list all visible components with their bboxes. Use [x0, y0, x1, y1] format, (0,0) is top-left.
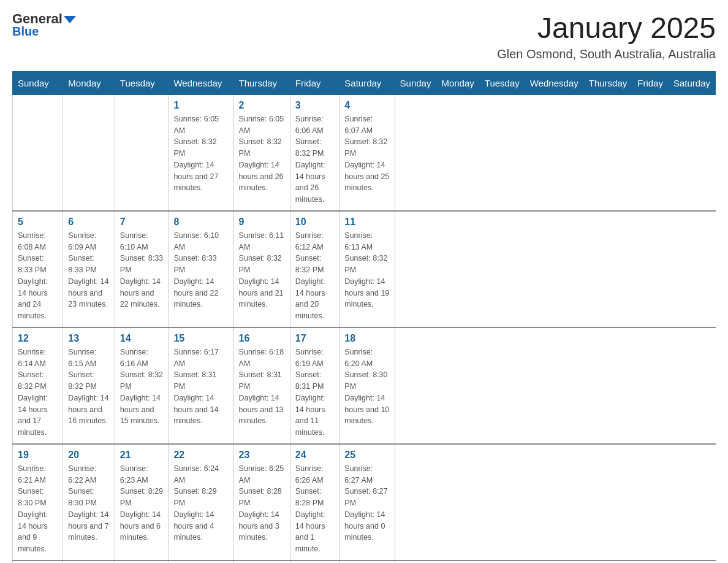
day-info: Sunrise: 6:26 AM Sunset: 8:28 PM Dayligh…	[295, 463, 334, 555]
day-number: 7	[120, 216, 164, 228]
page-header: General Blue January 2025 Glen Osmond, S…	[12, 12, 716, 61]
day-info: Sunrise: 6:27 AM Sunset: 8:27 PM Dayligh…	[344, 463, 389, 543]
location-title: Glen Osmond, South Australia, Australia	[497, 47, 716, 61]
logo-general-text: General	[12, 12, 76, 26]
calendar-week-row: 5Sunrise: 6:08 AM Sunset: 8:33 PM Daylig…	[13, 211, 716, 327]
day-info: Sunrise: 6:05 AM Sunset: 8:32 PM Dayligh…	[173, 113, 228, 194]
day-info: Sunrise: 6:14 AM Sunset: 8:32 PM Dayligh…	[18, 347, 58, 439]
col-header-thursday: Thursday	[583, 71, 632, 94]
day-number: 16	[239, 333, 285, 344]
col-header-friday: Friday	[632, 71, 669, 94]
day-number: 23	[239, 450, 285, 461]
day-info: Sunrise: 6:23 AM Sunset: 8:29 PM Dayligh…	[120, 463, 164, 543]
calendar-cell	[63, 94, 115, 211]
day-number: 8	[173, 216, 228, 228]
calendar-week-row: 12Sunrise: 6:14 AM Sunset: 8:32 PM Dayli…	[13, 327, 716, 444]
day-info: Sunrise: 6:09 AM Sunset: 8:33 PM Dayligh…	[68, 230, 109, 310]
calendar-cell: 21Sunrise: 6:23 AM Sunset: 8:29 PM Dayli…	[115, 444, 169, 561]
day-number: 20	[68, 450, 109, 461]
calendar-cell: 11Sunrise: 6:13 AM Sunset: 8:32 PM Dayli…	[339, 211, 395, 327]
day-info: Sunrise: 6:10 AM Sunset: 8:33 PM Dayligh…	[173, 230, 228, 310]
day-number: 19	[18, 450, 58, 461]
calendar-cell: 14Sunrise: 6:16 AM Sunset: 8:32 PM Dayli…	[115, 327, 169, 444]
day-info: Sunrise: 6:25 AM Sunset: 8:28 PM Dayligh…	[239, 463, 285, 543]
day-info: Sunrise: 6:21 AM Sunset: 8:30 PM Dayligh…	[18, 463, 58, 555]
calendar-cell: 26Sunrise: 6:28 AM Sunset: 8:27 PM Dayli…	[13, 561, 63, 563]
header-monday: Monday	[63, 71, 115, 94]
day-number: 14	[120, 333, 164, 344]
header-wednesday: Wednesday	[169, 71, 233, 94]
calendar-cell: 4Sunrise: 6:07 AM Sunset: 8:32 PM Daylig…	[339, 94, 395, 211]
day-number: 6	[68, 216, 109, 228]
day-number: 2	[239, 100, 285, 111]
month-title: January 2025	[497, 12, 716, 45]
day-info: Sunrise: 6:17 AM Sunset: 8:31 PM Dayligh…	[173, 347, 228, 427]
logo-blue-text: Blue	[12, 25, 39, 39]
calendar-cell: 17Sunrise: 6:19 AM Sunset: 8:31 PM Dayli…	[290, 327, 339, 444]
day-number: 25	[344, 450, 389, 461]
day-number: 1	[173, 100, 228, 111]
calendar-cell: 24Sunrise: 6:26 AM Sunset: 8:28 PM Dayli…	[290, 444, 339, 561]
header-saturday: Saturday	[339, 71, 395, 94]
calendar-cell: 2Sunrise: 6:05 AM Sunset: 8:32 PM Daylig…	[233, 94, 290, 211]
calendar-week-row: 19Sunrise: 6:21 AM Sunset: 8:30 PM Dayli…	[13, 444, 716, 561]
calendar-cell: 23Sunrise: 6:25 AM Sunset: 8:28 PM Dayli…	[233, 444, 290, 561]
calendar-cell: 28Sunrise: 6:30 AM Sunset: 8:25 PM Dayli…	[115, 561, 169, 563]
day-info: Sunrise: 6:12 AM Sunset: 8:32 PM Dayligh…	[295, 230, 334, 322]
day-number: 21	[120, 450, 164, 461]
day-number: 10	[295, 216, 334, 228]
calendar-cell: 18Sunrise: 6:20 AM Sunset: 8:30 PM Dayli…	[339, 327, 395, 444]
day-number: 9	[239, 216, 285, 228]
day-info: Sunrise: 6:22 AM Sunset: 8:30 PM Dayligh…	[68, 463, 109, 543]
day-number: 12	[18, 333, 58, 344]
calendar-cell: 19Sunrise: 6:21 AM Sunset: 8:30 PM Dayli…	[13, 444, 63, 561]
col-header-sunday: Sunday	[395, 71, 436, 94]
calendar-cell: 12Sunrise: 6:14 AM Sunset: 8:32 PM Dayli…	[13, 327, 63, 444]
header-tuesday: Tuesday	[115, 71, 169, 94]
calendar-cell: 31Sunrise: 6:33 AM Sunset: 8:23 PM Dayli…	[290, 561, 339, 563]
calendar-cell: 27Sunrise: 6:29 AM Sunset: 8:26 PM Dayli…	[63, 561, 115, 563]
calendar-week-row: 1Sunrise: 6:05 AM Sunset: 8:32 PM Daylig…	[13, 94, 716, 211]
logo-triangle-icon	[64, 16, 76, 23]
calendar-cell: 29Sunrise: 6:31 AM Sunset: 8:25 PM Dayli…	[169, 561, 233, 563]
calendar-cell: 5Sunrise: 6:08 AM Sunset: 8:33 PM Daylig…	[13, 211, 63, 327]
calendar-cell: 1Sunrise: 6:05 AM Sunset: 8:32 PM Daylig…	[169, 94, 233, 211]
calendar-cell: 22Sunrise: 6:24 AM Sunset: 8:29 PM Dayli…	[169, 444, 233, 561]
col-header-saturday: Saturday	[668, 71, 715, 94]
day-number: 15	[173, 333, 228, 344]
calendar-cell: 15Sunrise: 6:17 AM Sunset: 8:31 PM Dayli…	[169, 327, 233, 444]
day-number: 22	[173, 450, 228, 461]
day-info: Sunrise: 6:11 AM Sunset: 8:32 PM Dayligh…	[239, 230, 285, 310]
logo: General Blue	[12, 12, 76, 39]
calendar-cell: 6Sunrise: 6:09 AM Sunset: 8:33 PM Daylig…	[63, 211, 115, 327]
col-header-monday: Monday	[436, 71, 479, 94]
calendar-cell: 3Sunrise: 6:06 AM Sunset: 8:32 PM Daylig…	[290, 94, 339, 211]
calendar-cell	[115, 94, 169, 211]
col-header-wednesday: Wednesday	[525, 71, 583, 94]
day-info: Sunrise: 6:07 AM Sunset: 8:32 PM Dayligh…	[344, 113, 389, 194]
day-number: 4	[344, 100, 389, 111]
day-info: Sunrise: 6:18 AM Sunset: 8:31 PM Dayligh…	[239, 347, 285, 427]
calendar-cell: 9Sunrise: 6:11 AM Sunset: 8:32 PM Daylig…	[233, 211, 290, 327]
col-header-tuesday: Tuesday	[479, 71, 525, 94]
day-info: Sunrise: 6:08 AM Sunset: 8:33 PM Dayligh…	[18, 230, 58, 322]
day-number: 5	[18, 216, 58, 228]
title-block: January 2025 Glen Osmond, South Australi…	[497, 12, 716, 61]
day-info: Sunrise: 6:16 AM Sunset: 8:32 PM Dayligh…	[120, 347, 164, 427]
header-sunday: Sunday	[13, 71, 63, 94]
calendar-cell: 10Sunrise: 6:12 AM Sunset: 8:32 PM Dayli…	[290, 211, 339, 327]
header-friday: Friday	[290, 71, 339, 94]
day-number: 3	[295, 100, 334, 111]
day-info: Sunrise: 6:10 AM Sunset: 8:33 PM Dayligh…	[120, 230, 164, 310]
day-info: Sunrise: 6:15 AM Sunset: 8:32 PM Dayligh…	[68, 347, 109, 427]
day-number: 17	[295, 333, 334, 344]
calendar-cell: 7Sunrise: 6:10 AM Sunset: 8:33 PM Daylig…	[115, 211, 169, 327]
calendar-table: SundayMondayTuesdayWednesdayThursdayFrid…	[12, 71, 716, 563]
calendar-cell: 25Sunrise: 6:27 AM Sunset: 8:27 PM Dayli…	[339, 444, 395, 561]
day-info: Sunrise: 6:24 AM Sunset: 8:29 PM Dayligh…	[173, 463, 228, 543]
day-info: Sunrise: 6:05 AM Sunset: 8:32 PM Dayligh…	[239, 113, 285, 194]
calendar-cell	[339, 561, 395, 563]
calendar-cell: 20Sunrise: 6:22 AM Sunset: 8:30 PM Dayli…	[63, 444, 115, 561]
calendar-week-row: 26Sunrise: 6:28 AM Sunset: 8:27 PM Dayli…	[13, 561, 716, 563]
calendar-cell: 13Sunrise: 6:15 AM Sunset: 8:32 PM Dayli…	[63, 327, 115, 444]
